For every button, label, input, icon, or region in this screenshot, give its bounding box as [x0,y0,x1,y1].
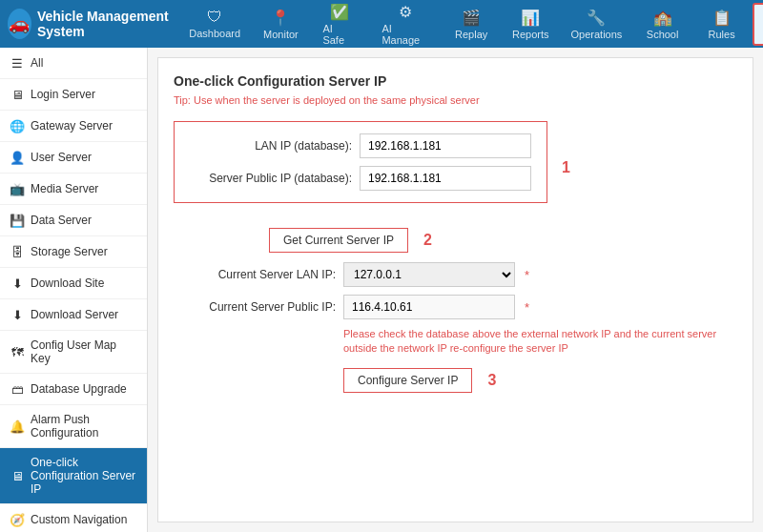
sidebar-item-alarm-push[interactable]: 🔔 Alarm Push Configuration [0,405,147,448]
tip-text: Tip: Use when the server is deployed on … [174,94,737,106]
tab-monitor[interactable]: 📍 Monitor [252,5,309,44]
download-server-icon: ⬇ [10,307,25,322]
configure-btn-row: Configure Server IP 3 [343,368,737,393]
server-public-ip-label: Server Public IP (database): [190,172,352,185]
sidebar-item-data-server[interactable]: 💾 Data Server [0,205,147,236]
ai-safe-icon: ✅ [330,3,349,21]
media-server-icon: 📺 [10,181,25,196]
header: 🚗 Vehicle Management System 🛡 Dashboard … [0,0,763,48]
sidebar-item-user-server[interactable]: 👤 User Server [0,142,147,174]
replay-icon: 🎬 [462,9,481,27]
step-3-label: 3 [487,372,496,389]
monitor-icon: 📍 [271,9,290,27]
sidebar-item-database-upgrade[interactable]: 🗃 Database Upgrade [0,374,147,405]
gateway-server-icon: 🌐 [10,118,25,133]
tab-dashboard[interactable]: 🛡 Dashboard [179,5,250,43]
current-public-ip-row: Current Server Public IP: * [174,295,737,319]
lan-ip-row: LAN IP (database): [190,133,531,158]
ai-manage-icon: ⚙ [399,3,412,21]
lan-ip-label: LAN IP (database): [190,139,352,153]
login-server-icon: 🖥 [10,87,25,102]
download-site-icon: ⬇ [10,276,25,291]
config-map-icon: 🗺 [10,344,25,359]
tab-rules[interactable]: 📋 Rules [693,5,751,44]
sidebar-item-custom-navigation[interactable]: 🧭 Custom Navigation [0,504,147,532]
sidebar-item-all[interactable]: ☰ All [0,48,147,79]
get-current-server-ip-button[interactable]: Get Current Server IP [269,228,408,253]
custom-nav-icon: 🧭 [10,512,25,527]
all-icon: ☰ [10,55,25,71]
school-icon: 🏫 [653,9,672,27]
data-server-icon: 💾 [10,213,25,228]
tab-operations[interactable]: 🔧 Operations [561,5,631,44]
tab-reports[interactable]: 📊 Reports [502,5,559,44]
operations-icon: 🔧 [587,9,606,27]
tab-replay[interactable]: 🎬 Replay [443,5,500,44]
app-title: Vehicle Management System [37,9,179,39]
tab-sever[interactable]: ☰ Sever [753,3,763,46]
lan-ip-input[interactable] [360,133,531,158]
current-public-ip-label: Current Server Public IP: [174,300,336,314]
step-2-label: 2 [423,232,432,249]
sidebar-item-download-site[interactable]: ⬇ Download Site [0,268,147,299]
one-click-config-icon: 🖥 [10,468,25,483]
panel-title: One-click Configuration Server IP [174,73,737,89]
logo-icon: 🚗 [8,9,31,39]
server-public-ip-row: Server Public IP (database): [190,166,531,191]
main-content: One-click Configuration Server IP Tip: U… [148,48,763,532]
database-ip-section: LAN IP (database): Server Public IP (dat… [174,121,547,203]
sidebar-item-download-server[interactable]: ⬇ Download Server [0,299,147,331]
sidebar-item-media-server[interactable]: 📺 Media Server [0,174,147,205]
content-panel: One-click Configuration Server IP Tip: U… [157,57,753,522]
rules-icon: 📋 [712,9,732,27]
sidebar-item-gateway-server[interactable]: 🌐 Gateway Server [0,111,147,142]
main-layout: ☰ All 🖥 Login Server 🌐 Gateway Server 👤 … [0,48,763,532]
storage-server-icon: 🗄 [10,244,25,259]
warning-text: Please check the database above the exte… [343,327,725,357]
sidebar: ☰ All 🖥 Login Server 🌐 Gateway Server 👤 … [0,48,148,532]
sidebar-item-config-user-map[interactable]: 🗺 Config User Map Key [0,331,147,374]
current-lan-ip-select[interactable]: 127.0.0.1 [343,262,515,287]
step-1-label: 1 [562,159,570,176]
logo: 🚗 Vehicle Management System [8,9,179,39]
sidebar-item-storage-server[interactable]: 🗄 Storage Server [0,236,147,268]
required-star-2: * [525,300,529,315]
database-icon: 🗃 [10,381,25,397]
current-lan-ip-label: Current Server LAN IP: [174,268,336,281]
reports-icon: 📊 [521,9,540,27]
configure-server-ip-button[interactable]: Configure Server IP [343,368,472,393]
alarm-push-icon: 🔔 [10,419,25,434]
current-public-ip-input[interactable] [343,295,515,319]
server-public-ip-input[interactable] [360,166,531,191]
tab-ai-safe[interactable]: ✅ AI Safe [311,0,368,50]
nav-tabs: 🛡 Dashboard 📍 Monitor ✅ AI Safe ⚙ AI Man… [179,0,763,50]
sidebar-item-login-server[interactable]: 🖥 Login Server [0,79,147,111]
dashboard-icon: 🛡 [207,9,222,26]
user-server-icon: 👤 [10,150,25,165]
tab-ai-manage[interactable]: ⚙ AI Manage [370,0,441,50]
tab-school[interactable]: 🏫 School [634,5,691,44]
required-star-1: * [525,268,529,282]
sidebar-item-one-click-config[interactable]: 🖥 One-click Configuration Server IP [0,448,147,504]
current-lan-ip-row: Current Server LAN IP: 127.0.0.1 * [174,262,737,287]
